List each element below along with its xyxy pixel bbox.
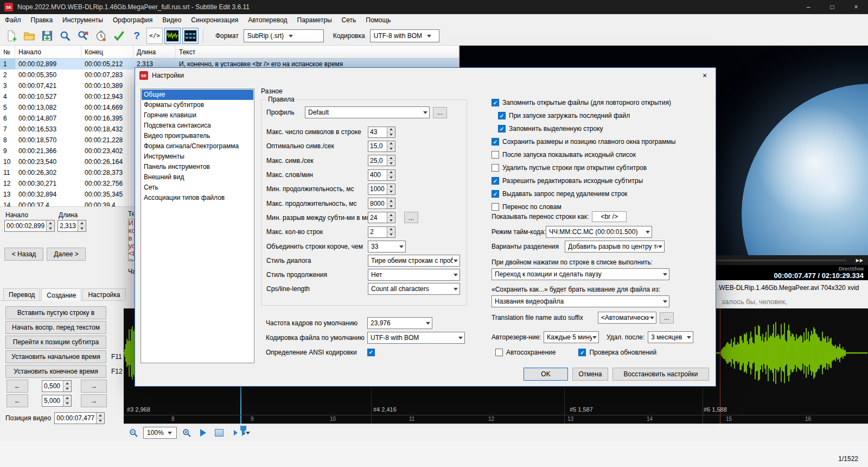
rule-select[interactable]: Тире обеим строкам с пробел <box>368 255 460 267</box>
checkbox[interactable] <box>492 99 499 106</box>
subtitle-textarea[interactable]: И, конечно, в установке <br /> его на ис… <box>128 219 135 261</box>
save-file-icon[interactable] <box>39 28 55 44</box>
rule-spinner[interactable]: 25,0 <box>368 155 395 166</box>
frame-step-icons[interactable]: ▶▶ <box>856 258 864 263</box>
action-button[interactable]: Вставить пустую строку в <box>5 306 106 319</box>
action-button[interactable]: Начать воспр. перед текстом <box>5 321 106 334</box>
category-item[interactable]: Подсветка синтаксиса <box>142 121 253 131</box>
category-item[interactable]: Панель инструментов <box>142 162 253 172</box>
maximize-button[interactable]: □ <box>820 0 844 14</box>
start-time-spinner[interactable]: 00:00:02,899 <box>4 220 55 232</box>
checkbox[interactable] <box>492 164 499 172</box>
nudge-left-button[interactable]: ← <box>7 394 28 407</box>
waveform-toggle-icon[interactable] <box>164 28 181 44</box>
action-button[interactable]: Установить конечное время <box>5 365 106 378</box>
option-checkbox-row[interactable]: Запомнить открытые файлы (для повторного… <box>492 96 675 109</box>
option-checkbox-row[interactable]: Запомнить выделенную строку <box>498 122 675 135</box>
zoom-out-icon[interactable] <box>127 426 140 439</box>
help-icon[interactable]: ? <box>129 28 145 44</box>
checkbox[interactable] <box>492 151 499 159</box>
category-item[interactable]: Видео проигрыватель <box>142 131 253 141</box>
next-button[interactable]: Далее > <box>47 248 86 261</box>
rule-spinner[interactable]: 24 <box>368 212 395 223</box>
video-toggle-icon[interactable] <box>182 28 199 44</box>
translation-suffix-select[interactable]: <Автоматически> <box>598 312 656 324</box>
ok-button[interactable]: OK <box>524 368 568 381</box>
category-item[interactable]: Форматы субтитров <box>142 100 253 110</box>
nudge-amount-spinner[interactable]: 5,000 <box>42 395 72 407</box>
autosave-checkbox[interactable] <box>495 349 503 356</box>
rule-select[interactable]: 33 <box>368 241 406 253</box>
menu-item[interactable]: Файл <box>0 14 26 26</box>
category-item[interactable]: Горячие клавиши <box>142 110 253 121</box>
col-text[interactable]: Текст <box>176 46 459 58</box>
line-break-input[interactable]: <br /> <box>592 211 627 222</box>
minimize-button[interactable]: – <box>796 0 820 14</box>
option-checkbox-row[interactable]: После запуска показывать исходный список <box>492 148 675 161</box>
menu-item[interactable]: Инструменты <box>58 14 108 26</box>
category-item[interactable]: Форма сигнала/Спектрограмма <box>142 141 253 152</box>
rule-spinner[interactable]: 400 <box>368 169 395 181</box>
replace-icon[interactable] <box>75 28 91 44</box>
spell-check-icon[interactable] <box>111 28 127 44</box>
menu-item[interactable]: Правка <box>26 14 58 26</box>
rule-spinner[interactable]: 8000 <box>368 198 395 209</box>
source-view-icon[interactable]: </> <box>146 28 163 44</box>
category-item[interactable]: Общие <box>142 90 253 100</box>
duration-spinner[interactable]: 2,313 <box>58 220 86 232</box>
double-click-select[interactable]: Переход к позиции и сделать паузу <box>492 268 669 280</box>
col-end[interactable]: Конец <box>81 46 133 58</box>
rule-select[interactable]: Count all characters <box>368 283 460 295</box>
autobackup-interval-select[interactable]: Каждые 5 минут <box>544 331 599 343</box>
tab[interactable]: Перевод <box>3 288 40 300</box>
rule-select[interactable]: Нет <box>368 269 460 281</box>
timecode-mode-select[interactable]: ЧЧ:ММ:СС.МС (00:00:01.500) <box>546 226 652 238</box>
menu-item[interactable]: Видео <box>157 14 186 26</box>
action-button[interactable]: Установить начальное время <box>5 350 106 363</box>
checkbox[interactable] <box>498 112 506 119</box>
menu-item[interactable]: Синхронизация <box>186 14 243 26</box>
profile-select[interactable]: Default <box>305 106 430 118</box>
option-checkbox-row[interactable]: Разрешить редактировать исходные субтитр… <box>492 174 675 187</box>
action-button[interactable]: Перейти к позиции субтитра <box>5 336 106 349</box>
menu-item[interactable]: Помощь <box>361 14 395 26</box>
option-checkbox-row[interactable]: Сохранить размеры и позицию главного окн… <box>492 135 675 148</box>
split-behavior-select[interactable]: Добавить разрыв по центру точки р <box>565 241 665 253</box>
menu-item[interactable]: Сеть <box>337 14 361 26</box>
save-as-select[interactable]: Названия видеофайла <box>492 295 669 307</box>
rule-spinner[interactable]: 2 <box>368 226 395 238</box>
frames-view-icon[interactable] <box>213 426 226 439</box>
category-item[interactable]: Внешний вид <box>142 172 253 182</box>
col-start[interactable]: Начало <box>15 46 81 58</box>
check-updates-checkbox[interactable] <box>578 349 586 356</box>
zoom-select[interactable]: 100% <box>143 427 177 439</box>
encoding-select[interactable]: UTF-8 with BOM <box>370 29 439 42</box>
fast-forward-icon[interactable] <box>229 426 242 439</box>
category-item[interactable]: Инструменты <box>142 152 253 162</box>
checkbox[interactable] <box>492 190 499 198</box>
play-icon[interactable] <box>196 426 209 439</box>
misc-select[interactable]: 23,976 <box>367 317 432 329</box>
menu-item[interactable]: Параметры <box>292 14 337 26</box>
rule-more-button[interactable]: ... <box>404 212 418 223</box>
restore-settings-button[interactable]: Восстановить настройки <box>612 368 709 381</box>
format-select[interactable]: SubRip (.srt) <box>244 29 324 42</box>
checkbox[interactable] <box>492 203 499 211</box>
checkbox[interactable] <box>492 138 499 146</box>
rule-spinner[interactable]: 15,0 <box>368 141 395 152</box>
col-duration[interactable]: Длина <box>133 46 176 58</box>
category-item[interactable]: Сеть <box>142 182 253 193</box>
tab[interactable]: Настройка <box>82 288 125 300</box>
misc-checkbox[interactable] <box>367 349 375 356</box>
checkbox[interactable] <box>492 177 499 185</box>
back-button[interactable]: < Назад <box>4 248 43 261</box>
nudge-left-button[interactable]: ← <box>7 380 28 393</box>
zoom-in-icon[interactable] <box>180 426 193 439</box>
close-button[interactable]: × <box>844 0 868 14</box>
col-number[interactable]: № <box>0 46 15 58</box>
option-checkbox-row[interactable]: Выдавать запрос перед удалением строк <box>492 187 675 200</box>
tab[interactable]: Создание <box>41 288 81 301</box>
misc-select[interactable]: UTF-8 with BOM <box>367 332 465 344</box>
video-position-spinner[interactable]: 00:00:07,477 <box>54 412 105 424</box>
dialog-close-button[interactable]: × <box>697 70 713 81</box>
